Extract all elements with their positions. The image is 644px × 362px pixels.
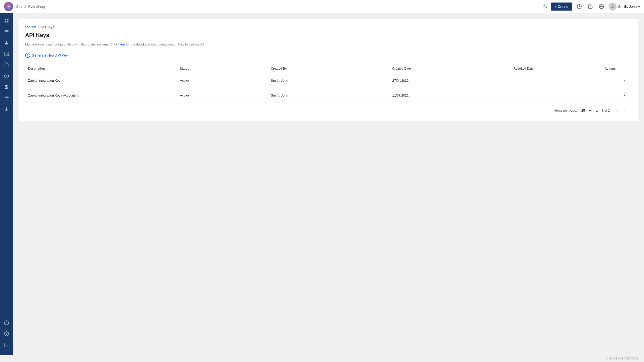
tasks-icon-button[interactable] <box>586 3 594 11</box>
items-per-page-container: Items per page: 10 25 50 100 <box>554 108 592 113</box>
col-header-revokeddate: Revoked Date <box>511 64 602 73</box>
description-suffix: for the developer documentation on how t… <box>125 42 207 46</box>
notifications-icon-button[interactable] <box>597 3 606 11</box>
breadcrumb: System / API Keys <box>25 25 632 29</box>
cell-createdby: Smith, John <box>268 88 389 103</box>
user-chevron-icon: ▾ <box>638 5 640 9</box>
page-container: System / API Keys API Keys Manage keys u… <box>19 19 638 121</box>
col-header-status: Status <box>177 64 268 73</box>
api-keys-table: Description Status Created By Created Da… <box>25 64 632 103</box>
sidebar-item-time[interactable] <box>2 71 12 81</box>
sidebar-item-contacts[interactable] <box>2 38 12 48</box>
description-link[interactable]: here <box>118 42 125 46</box>
cell-status: Active <box>177 73 268 88</box>
sidebar-item-bank[interactable] <box>2 93 12 103</box>
sidebar-item-checklist[interactable] <box>2 49 12 59</box>
create-button[interactable]: + Create <box>551 3 572 11</box>
header-actions: + Create <box>551 3 640 11</box>
page-title: API Keys <box>25 32 632 38</box>
pagination-row: Items per page: 10 25 50 100 1 – 2 of 2 … <box>25 103 632 115</box>
generate-label: Generate New API Key <box>32 53 68 57</box>
svg-point-4 <box>612 5 614 7</box>
svg-rect-5 <box>5 19 7 21</box>
table-row: Zapier Integration Key - Accounting Acti… <box>25 88 632 103</box>
items-per-page-select[interactable]: 10 25 50 100 <box>579 108 592 113</box>
cell-description: Zapier Integration Key <box>25 73 177 88</box>
svg-rect-8 <box>7 21 9 23</box>
sidebar-item-help[interactable] <box>2 318 12 328</box>
cell-createddate: 11/07/2022 <box>389 88 510 103</box>
user-name: Smith, John <box>618 5 637 9</box>
sidebar-item-billing[interactable] <box>2 82 12 92</box>
search-container: 🔍 <box>16 4 548 9</box>
pagination-nav: ‹ › <box>614 107 629 114</box>
col-header-description: Description <box>25 64 177 73</box>
sidebar-item-tasks[interactable] <box>2 27 12 37</box>
breadcrumb-current: API Keys <box>41 25 54 29</box>
main-layout: System / API Keys API Keys Manage keys u… <box>0 13 644 355</box>
cell-actions: ⋮ <box>601 88 632 103</box>
page-description: Manage keys used for integrating with th… <box>25 42 632 46</box>
sidebar-bottom <box>2 318 12 352</box>
col-header-actions: Actions <box>601 64 632 73</box>
cell-createdby: Smith, John <box>268 73 389 88</box>
breadcrumb-separator: / <box>38 25 39 29</box>
svg-rect-6 <box>7 19 9 21</box>
sidebar-item-documents[interactable] <box>2 60 12 70</box>
sidebar-item-logout[interactable] <box>2 340 12 350</box>
cell-createddate: 27/04/2022 <box>389 73 510 88</box>
svg-point-12 <box>6 41 8 43</box>
col-header-createddate: Created Date <box>389 64 510 73</box>
col-header-createdby: Created By <box>268 64 389 73</box>
plus-icon: + <box>25 53 30 58</box>
history-icon-button[interactable] <box>575 3 583 11</box>
generate-api-key-button[interactable]: + Generate New API Key <box>25 51 68 59</box>
cell-revokeddate <box>511 73 602 88</box>
app-logo <box>4 2 13 11</box>
next-page-button[interactable]: › <box>622 107 629 114</box>
user-avatar <box>609 3 617 11</box>
prev-page-button[interactable]: ‹ <box>614 107 621 114</box>
search-input[interactable] <box>16 5 541 9</box>
table-header-row: Description Status Created By Created Da… <box>25 64 632 73</box>
sidebar-item-settings[interactable] <box>2 329 12 339</box>
svg-point-24 <box>6 333 7 335</box>
footer-text: A MASTRIN CREATION <box>606 357 638 360</box>
row-actions-button-0[interactable]: ⋮ <box>620 77 629 84</box>
header: 🔍 + Create <box>0 0 644 13</box>
table-row: Zapier Integration Key Active Smith, Joh… <box>25 73 632 88</box>
sidebar-item-reports[interactable] <box>2 104 12 114</box>
content-area: System / API Keys API Keys Manage keys u… <box>13 13 644 355</box>
search-icon: 🔍 <box>543 4 548 9</box>
footer-brand: A MASTRIN CREATION <box>0 355 644 362</box>
pagination-info: 1 – 2 of 2 <box>596 109 610 112</box>
svg-rect-7 <box>5 21 7 23</box>
items-per-page-label: Items per page: <box>554 109 577 112</box>
user-menu[interactable]: Smith, John ▾ <box>609 3 640 11</box>
row-actions-button-1[interactable]: ⋮ <box>620 92 629 99</box>
cell-actions: ⋮ <box>601 73 632 88</box>
sidebar <box>0 13 13 355</box>
cell-description: Zapier Integration Key - Accounting <box>25 88 177 103</box>
cell-revokeddate <box>511 88 602 103</box>
description-prefix: Manage keys used for integrating with th… <box>25 42 118 46</box>
sidebar-item-dashboard[interactable] <box>2 16 12 26</box>
breadcrumb-system[interactable]: System <box>25 25 36 29</box>
cell-status: Active <box>177 88 268 103</box>
